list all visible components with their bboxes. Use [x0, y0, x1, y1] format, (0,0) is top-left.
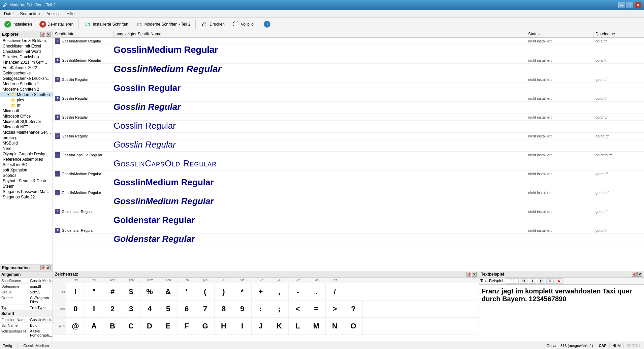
font-row-5[interactable]: F Gosslin Regular nicht installiert goib… — [53, 114, 644, 121]
text-panel-close[interactable]: ✕ — [637, 272, 642, 277]
font-row-2[interactable]: F GosslinMedium Regular nicht installier… — [53, 57, 644, 64]
moderne-schriften-button[interactable]: 🗂 Moderne Schriften - Teil 2 — [133, 19, 194, 29]
menu-bearbeiten[interactable]: Bearbeiten — [18, 11, 42, 17]
tree-item-steganos-pw[interactable]: Steganos Password Manager 22 — [0, 189, 53, 194]
installed-fonts-button[interactable]: 🗂 Installierte Schriften — [81, 19, 131, 29]
char-cell-3[interactable]: 3 — [122, 300, 140, 317]
char-cell-8[interactable]: 8 — [215, 300, 233, 317]
minimize-button[interactable]: — — [618, 2, 625, 8]
char-cell-question[interactable]: ? — [344, 300, 363, 317]
font-row-1[interactable]: F GosslinMedium Regular nicht installier… — [53, 38, 644, 44]
char-cell-ast[interactable]: * — [233, 283, 252, 300]
char-cell-dollar[interactable]: $ — [122, 283, 140, 300]
char-cell-B[interactable]: B — [103, 318, 122, 335]
tree-item-moderne2[interactable]: Moderne Schriften 2 — [0, 87, 53, 92]
install-button[interactable]: ✓ Installieren — [1, 20, 35, 29]
font-size-input[interactable] — [506, 278, 519, 284]
char-cell-plus[interactable]: + — [252, 283, 270, 300]
char-cell-4[interactable]: 4 — [140, 300, 159, 317]
char-cell-lparen[interactable]: ( — [196, 283, 215, 300]
tree-item-rtf[interactable]: 📁 rtf — [0, 103, 53, 108]
strikethrough-button[interactable]: Ü — [546, 278, 554, 284]
menu-ansicht[interactable]: Ansicht — [44, 11, 62, 17]
char-cell-K[interactable]: K — [270, 318, 289, 335]
tree-item-spybot[interactable]: Spybot - Search & Destroy 2 — [0, 178, 53, 184]
tree-item-druckshop[interactable]: Geldgeschenke Druckshop 8... — [0, 76, 53, 81]
text-panel-pin[interactable]: 📌 — [632, 272, 637, 277]
font-row-9[interactable]: F GosslinMedium Regular nicht installier… — [53, 189, 644, 196]
properties-close[interactable]: ✕ — [46, 265, 51, 270]
menu-datei[interactable]: Datei — [1, 11, 16, 17]
char-cell-D[interactable]: D — [140, 318, 159, 335]
tree-item-mresreg[interactable]: mresreg — [0, 135, 53, 140]
char-cell-N[interactable]: N — [326, 318, 344, 335]
explorer-close[interactable]: ✕ — [46, 32, 51, 37]
char-cell-dot[interactable]: . — [307, 283, 326, 300]
fullscreen-button[interactable]: ⛶ Vollbild — [229, 19, 257, 29]
color-button[interactable]: A — [555, 278, 562, 284]
font-row-4[interactable]: F Gosslin Regular nicht installiert goib… — [53, 95, 644, 102]
properties-pin[interactable]: 📌 — [40, 265, 45, 270]
char-cell-6[interactable]: 6 — [178, 300, 196, 317]
tree-item-reference[interactable]: Reference Assemblies — [0, 157, 53, 162]
tree-item-ms-net[interactable]: Microsoft.NET — [0, 124, 53, 130]
tree-item-mozilla[interactable]: Mozilla Maintenance Service — [0, 130, 53, 135]
tree-item-msbuild[interactable]: MSBuild — [0, 140, 53, 146]
char-cell-quot[interactable]: " — [85, 283, 103, 300]
char-cell-amp[interactable]: & — [159, 283, 178, 300]
deinstall-button[interactable]: ✕ De-Installieren — [36, 20, 76, 29]
char-cell-5[interactable]: 5 — [159, 300, 178, 317]
tree-item-nero[interactable]: Nero — [0, 146, 53, 151]
char-cell-excl[interactable]: ! — [66, 283, 85, 300]
char-cell-G[interactable]: G — [196, 318, 215, 335]
font-row-11[interactable]: F Goldenstar Regular nicht installiert g… — [53, 227, 644, 234]
char-cell-H[interactable]: H — [215, 318, 233, 335]
char-cell-9[interactable]: 9 — [233, 300, 252, 317]
char-cell-lt[interactable]: < — [289, 300, 307, 317]
tree-item-moderne1[interactable]: Moderne Schriften 1 — [0, 81, 53, 87]
char-pin[interactable]: 📌 — [466, 272, 471, 277]
char-cell-at[interactable]: @ — [66, 318, 85, 335]
tree-item-steganos-safe[interactable]: Steganos Safe 22 — [0, 194, 53, 200]
italic-button[interactable]: I — [529, 278, 536, 284]
char-cell-F[interactable]: F — [178, 318, 196, 335]
char-cell-colon[interactable]: : — [252, 300, 270, 317]
char-cell-eq[interactable]: = — [307, 300, 326, 317]
char-cell-A[interactable]: A — [85, 318, 103, 335]
tree-item-soft[interactable]: soft Xpansion — [0, 167, 53, 173]
font-row-6[interactable]: F Gosslin Regular nicht installiert goib… — [53, 133, 644, 139]
char-cell-0[interactable]: 0 — [66, 300, 85, 317]
char-cell-7[interactable]: 7 — [196, 300, 215, 317]
font-row-8[interactable]: F GosslinMedium Regular nicht installier… — [53, 170, 644, 177]
tree-item-steam[interactable]: Steam — [0, 184, 53, 189]
menu-hilfe[interactable]: Hilfe — [64, 11, 77, 17]
char-cell-J[interactable]: J — [252, 318, 270, 335]
char-cell-percent[interactable]: % — [140, 283, 159, 300]
char-cell-M[interactable]: M — [307, 318, 326, 335]
bold-button[interactable]: B — [520, 278, 527, 284]
tree-item-ms-office[interactable]: Microsoft Office — [0, 114, 53, 119]
print-button[interactable]: 🖨 Drucken — [198, 19, 228, 29]
tree-item-microsoft[interactable]: Microsoft — [0, 108, 53, 114]
tree-item-moderne-teil2[interactable]: ▼ 📁 Moderne Schriften Teil 2 — [0, 92, 53, 97]
char-cell-O[interactable]: O — [344, 318, 363, 335]
maximize-button[interactable]: □ — [626, 2, 633, 8]
char-cell-C[interactable]: C — [122, 318, 140, 335]
char-cell-E[interactable]: E — [159, 318, 178, 335]
char-cell-comma[interactable]: , — [270, 283, 289, 300]
tree-item-pics[interactable]: 📁 pics — [0, 97, 53, 103]
char-close[interactable]: ✕ — [472, 272, 477, 277]
char-cell-L[interactable]: L — [289, 318, 307, 335]
char-cell-minus[interactable]: - — [289, 283, 307, 300]
tree-item-geldgeschenke[interactable]: Geldgeschenke — [0, 70, 53, 76]
char-cell-Ic[interactable]: I — [233, 318, 252, 335]
char-cell-2[interactable]: 2 — [103, 300, 122, 317]
tree-item-ms-sql[interactable]: Microsoft SQL Server — [0, 119, 53, 124]
char-cell-semi[interactable]: ; — [270, 300, 289, 317]
tree-item-foto[interactable]: FotoKalender 2022 — [0, 65, 53, 70]
tree-item-etiketten[interactable]: Etiketten Druckshop — [0, 54, 53, 60]
info-button[interactable]: i — [261, 20, 273, 29]
tree-item-selectline[interactable]: SelectLineSQL — [0, 162, 53, 167]
tree-item-word[interactable]: Checklisten mit Word — [0, 49, 53, 54]
char-cell-slash[interactable]: / — [326, 283, 344, 300]
